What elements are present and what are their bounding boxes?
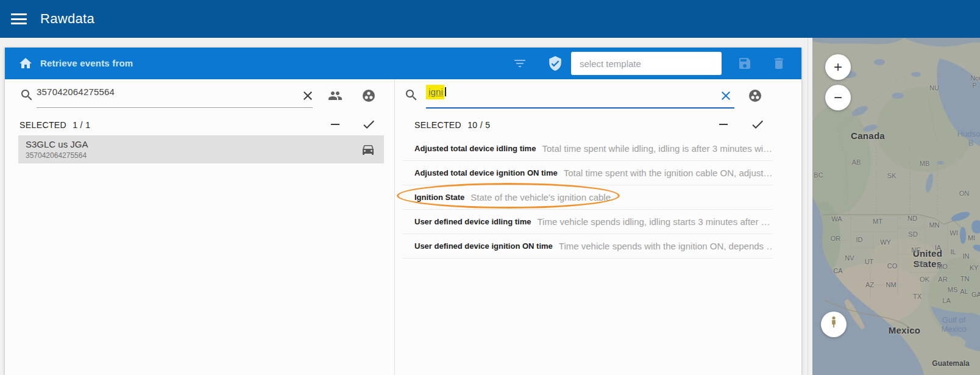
map-panel[interactable]: CanadaUnited StatesMexicoGuatemalaHudson… [812,38,980,375]
delete-icon[interactable] [772,56,786,71]
clear-search-icon[interactable] [719,88,733,103]
text-caret [445,87,446,96]
verified-shield-icon[interactable] [547,55,563,71]
clear-search-icon[interactable] [300,88,315,103]
save-icon[interactable] [737,56,752,71]
group-work-icon[interactable] [748,88,762,103]
people-icon[interactable] [328,88,343,103]
device-imei: 357042064275564 [26,151,87,160]
parameter-description: State of the vehicle's ignition cable. [470,192,613,202]
select-all-devices-icon[interactable] [361,117,376,132]
device-list-item[interactable]: S3GLC us JGA 357042064275564 [18,135,384,163]
panel-divider [808,38,808,375]
car-icon [361,142,375,157]
parameters-panel: igni SELECTED10 / 5 Adjusted total devic… [395,79,801,375]
search-icon [20,88,34,102]
main-card: Retrieve events from SELECTED1 / 1 S3GL [5,48,801,375]
parameter-name: Ignition State [414,193,464,202]
parameter-search-underline [426,107,734,109]
template-select-input[interactable] [571,52,722,75]
parameter-row-ignition-state[interactable]: Ignition State State of the vehicle's ig… [403,185,772,210]
parameter-row[interactable]: Adjusted total device ignition ON time T… [403,161,772,185]
deselect-all-devices-icon[interactable] [328,117,343,132]
parameter-description: Time vehicle spends idling, idling start… [537,216,770,227]
map-zoom-out-button[interactable]: − [825,85,851,110]
parameter-row[interactable]: Adjusted total device idling time Total … [403,137,772,161]
parameter-name: Adjusted total device idling time [414,144,536,153]
street-view-pegman-button[interactable] [821,312,847,337]
parameter-name: Adjusted total device ignition ON time [414,168,558,177]
group-work-icon[interactable] [361,88,376,103]
parameter-description: Time vehicle spends with the ignition ON… [559,241,772,251]
app-header: Rawdata [0,0,980,38]
device-name: S3GLC us JGA [26,139,88,149]
parameter-row[interactable]: User defined device ignition ON time Tim… [403,234,772,259]
home-icon[interactable] [18,56,33,71]
devices-selected-row: SELECTED1 / 1 [5,117,394,134]
parameters-selected-count: 10 / 5 [467,120,490,130]
map-zoom-in-button[interactable]: + [825,54,851,80]
parameter-name: User defined device idling time [414,217,531,226]
menu-icon[interactable] [11,13,27,24]
device-search-underline [37,107,313,108]
parameters-selected-row: SELECTED10 / 5 [395,117,801,134]
search-highlight: igni [426,85,444,99]
pegman-icon [826,315,841,329]
app-title: Rawdata [40,11,94,27]
filter-icon[interactable] [513,56,527,71]
parameters-selected-label: SELECTED10 / 5 [414,120,491,130]
deselect-all-parameters-icon[interactable] [716,117,731,132]
devices-selected-label: SELECTED1 / 1 [20,120,90,130]
devices-selected-count: 1 / 1 [73,120,90,130]
parameter-description: Total time spent with the ignition cable… [564,168,772,178]
device-search-input[interactable] [37,87,293,97]
search-icon [404,88,419,102]
parameter-description: Total time spent while idling, idling is… [542,143,772,154]
devices-panel: SELECTED1 / 1 S3GLC us JGA 3570420642755… [5,79,395,375]
parameter-row[interactable]: User defined device idling time Time veh… [403,210,772,234]
parameter-name: User defined device ignition ON time [414,241,553,251]
toolbar: Retrieve events from [5,48,801,79]
parameter-search-input[interactable]: igni [426,87,446,97]
select-all-parameters-icon[interactable] [750,117,765,132]
parameter-list: Adjusted total device idling time Total … [403,137,772,259]
page-title: Retrieve events from [40,48,133,79]
